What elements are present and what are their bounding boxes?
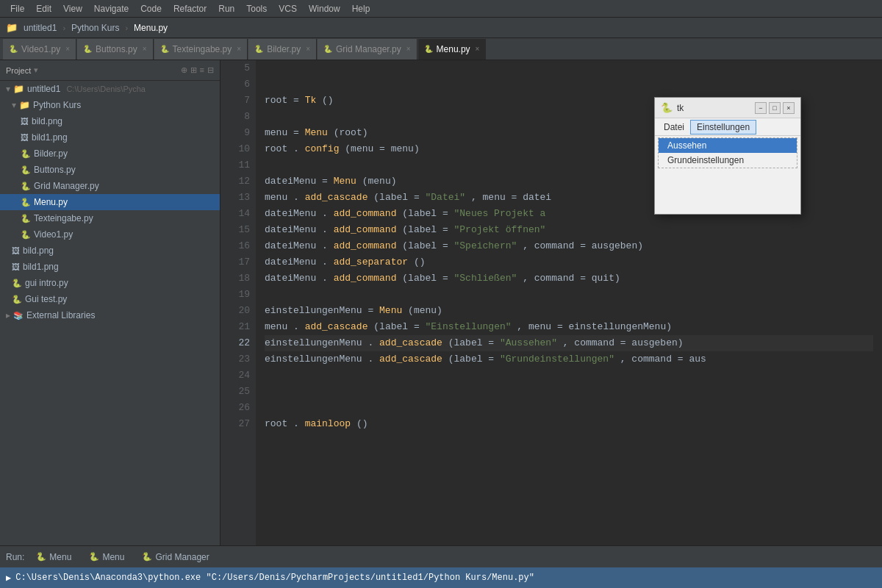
code-line-17: dateiMenu . add_separator () xyxy=(265,254,873,270)
tab-close-buttons[interactable]: × xyxy=(143,45,147,53)
tab-buttons[interactable]: 🐍 Buttons.py × xyxy=(77,39,154,60)
code-span: , menu = datei xyxy=(471,192,551,203)
run-tab-gridmanager[interactable]: 🐍 Grid Manager xyxy=(136,550,215,564)
code-span: add_separator xyxy=(334,257,408,268)
tree-item-pythonkurs[interactable]: ▾ 📁 Python Kurs xyxy=(0,97,220,113)
run-tab-menu-1[interactable]: 🐍 Menu xyxy=(30,550,77,564)
tk-minimize-button[interactable]: − xyxy=(755,102,767,114)
tab-close-texteingabe[interactable]: × xyxy=(237,45,241,53)
line-num-13: 13 xyxy=(226,190,250,206)
tk-menu-datei[interactable]: Datei xyxy=(658,121,690,134)
line-num-20: 20 xyxy=(226,303,250,319)
breadcrumb-folder[interactable]: Python Kurs xyxy=(71,23,119,33)
line-num-19: 19 xyxy=(226,287,250,303)
tree-label-menupy: Menu.py xyxy=(34,197,68,207)
menu-refactor[interactable]: Refactor xyxy=(169,2,211,15)
run-tab-menu-2[interactable]: 🐍 Menu xyxy=(83,550,130,564)
breadcrumb-project[interactable]: untitled1 xyxy=(24,23,57,33)
line-num-25: 25 xyxy=(226,384,250,400)
tree-item-bild-root[interactable]: 🖼 bild.png xyxy=(0,243,220,259)
tree-item-bild1png[interactable]: 🖼 bild1.png xyxy=(0,129,220,146)
breadcrumb-file[interactable]: Menu.py xyxy=(134,23,168,33)
tree-item-guiintro[interactable]: 🐍 gui intro.py xyxy=(0,275,220,291)
code-span: . xyxy=(293,321,299,332)
tree-item-bild1-root[interactable]: 🖼 bild1.png xyxy=(0,259,220,275)
code-span: () xyxy=(414,257,426,268)
tab-close-gridmanager[interactable]: × xyxy=(406,45,411,53)
tab-bilder[interactable]: 🐍 Bilder.py × xyxy=(248,39,317,60)
tree-item-guitest[interactable]: 🐍 Gui test.py xyxy=(0,291,220,307)
menu-tools[interactable]: Tools xyxy=(242,2,271,15)
tree-label-gridmanagerpy: Grid Manager.py xyxy=(34,181,99,191)
tree-item-buttonspy[interactable]: 🐍 Buttons.py xyxy=(0,162,220,178)
menu-code[interactable]: Code xyxy=(136,2,166,15)
tree-item-external[interactable]: ▸ 📚 External Libraries xyxy=(0,307,220,323)
code-span: = xyxy=(368,305,379,316)
line-num-18: 18 xyxy=(226,270,250,287)
tk-title: tk xyxy=(677,103,750,113)
tab-close-menu[interactable]: × xyxy=(476,45,480,53)
status-icon: ▶ xyxy=(6,573,11,584)
tab-label-gridmanager: Grid Manager.py xyxy=(336,44,401,54)
tree-label-guiintro: gui intro.py xyxy=(25,278,68,288)
tab-close-bilder[interactable]: × xyxy=(306,45,310,53)
tree-item-bilderpyfile[interactable]: 🐍 Bilder.py xyxy=(0,146,220,162)
tree-label-bildpng: bild.png xyxy=(32,116,62,126)
code-span: dateiMenu xyxy=(265,257,316,268)
menu-vcs[interactable]: VCS xyxy=(274,2,301,15)
code-line-27: root . mainloop () xyxy=(265,416,873,432)
menu-help[interactable]: Help xyxy=(348,2,375,15)
code-span: Menu xyxy=(334,176,356,187)
line-num-23: 23 xyxy=(226,351,250,368)
tk-menu-einstellungen[interactable]: Einstellungen xyxy=(690,120,756,135)
tree-item-texteingabepy[interactable]: 🐍 Texteingabe.py xyxy=(0,210,220,226)
tab-close-video1[interactable]: × xyxy=(65,45,70,53)
tab-icon-gridmanager: 🐍 xyxy=(323,45,332,53)
menu-navigate[interactable]: Navigate xyxy=(90,2,133,15)
tk-maximize-button[interactable]: □ xyxy=(769,102,781,114)
tab-gridmanager[interactable]: 🐍 Grid Manager.py × xyxy=(318,39,417,60)
tab-video1[interactable]: 🐍 Video1.py × xyxy=(3,39,76,60)
tk-dropdown: Aussehen Grundeinstellungen xyxy=(658,137,797,168)
tree-label-bilderpyfile: Bilder.py xyxy=(34,148,68,159)
menu-edit[interactable]: Edit xyxy=(32,2,56,15)
tree-label-untitled1: untitled1 xyxy=(27,84,60,94)
code-span: add_cascade xyxy=(305,321,368,332)
sidebar-actions: ⊕ ⊞ ≡ ⊟ xyxy=(181,65,214,75)
menu-view[interactable]: View xyxy=(59,2,87,15)
tree-item-bildpng[interactable]: 🖼 bild.png xyxy=(0,113,220,129)
bottom-bar: Run: 🐍 Menu 🐍 Menu 🐍 Grid Manager xyxy=(0,545,882,567)
line-numbers: 5 6 7 8 9 10 11 12 13 14 15 16 17 18 19 … xyxy=(220,60,256,545)
sidebar-icon-2[interactable]: ⊞ xyxy=(190,65,197,75)
menu-file[interactable]: File xyxy=(6,2,29,15)
tree-icon-video1py: 🐍 xyxy=(21,230,31,240)
sidebar-icon-3[interactable]: ≡ xyxy=(200,65,204,75)
code-span: . xyxy=(322,257,328,268)
code-span: dateiMenu xyxy=(265,273,316,284)
tree-item-menupy[interactable]: 🐍 Menu.py xyxy=(0,194,220,210)
sidebar-dropdown-arrow[interactable]: ▾ xyxy=(34,65,38,75)
tab-texteingabe[interactable]: 🐍 Texteingabe.py × xyxy=(154,39,248,60)
code-span: Tk xyxy=(305,95,317,106)
tk-close-button[interactable]: × xyxy=(783,102,795,114)
tab-label-bilder: Bilder.py xyxy=(267,44,301,54)
code-span: "Datei" xyxy=(426,192,466,203)
code-span: dateiMenu xyxy=(265,240,316,251)
menu-run[interactable]: Run xyxy=(214,2,239,15)
code-line-26 xyxy=(265,400,873,416)
tk-dropdown-aussehen[interactable]: Aussehen xyxy=(659,138,797,153)
line-num-16: 16 xyxy=(226,238,250,254)
sidebar-icon-4[interactable]: ⊟ xyxy=(207,65,214,75)
code-span: . xyxy=(322,208,328,219)
menu-window[interactable]: Window xyxy=(304,2,345,15)
sidebar-icon-1[interactable]: ⊕ xyxy=(181,65,187,75)
tree-icon-pythonkurs: 📁 xyxy=(19,100,30,110)
code-line-19 xyxy=(265,287,873,303)
tree-item-untitled1[interactable]: ▾ 📁 untitled1 C:\Users\Denis\Pycha xyxy=(0,81,220,97)
sidebar: Project ▾ ⊕ ⊞ ≡ ⊟ ▾ 📁 untitled1 C:\Users… xyxy=(0,60,220,545)
tk-dropdown-grundeinstellungen[interactable]: Grundeinstellungen xyxy=(659,153,797,168)
tree-item-video1py[interactable]: 🐍 Video1.py xyxy=(0,226,220,243)
tab-menu[interactable]: 🐍 Menu.py × xyxy=(418,39,487,60)
tree-label-buttonspy: Buttons.py xyxy=(34,165,76,175)
tree-item-gridmanagerpy[interactable]: 🐍 Grid Manager.py xyxy=(0,178,220,194)
